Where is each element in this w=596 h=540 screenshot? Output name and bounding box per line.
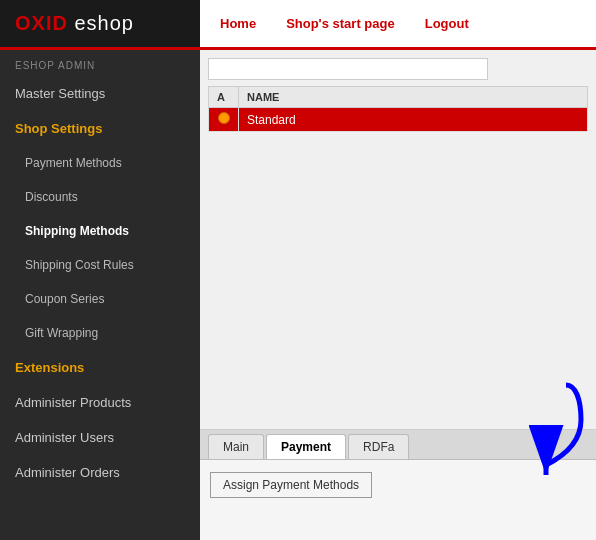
list-area: A NAME Standard <box>200 50 596 429</box>
tab-main[interactable]: Main <box>208 434 264 459</box>
sidebar-item-shipping-cost-rules[interactable]: Shipping Cost Rules <box>0 248 200 282</box>
sidebar-item-administer-users[interactable]: Administer Users <box>0 420 200 455</box>
top-nav: Home Shop's start page Logout <box>200 16 469 31</box>
tab-rdfa[interactable]: RDFa <box>348 434 409 459</box>
content-area: A NAME Standard Main Payment <box>200 50 596 540</box>
col-header-a: A <box>209 87 239 108</box>
sidebar: ESHOP ADMIN Master Settings Shop Setting… <box>0 50 200 540</box>
status-cell <box>209 108 239 132</box>
col-header-name: NAME <box>239 87 588 108</box>
sidebar-item-gift-wrapping[interactable]: Gift Wrapping <box>0 316 200 350</box>
sidebar-item-discounts[interactable]: Discounts <box>0 180 200 214</box>
tab-content: Assign Payment Methods <box>200 460 596 540</box>
sidebar-item-administer-products[interactable]: Administer Products <box>0 385 200 420</box>
sidebar-item-payment-methods[interactable]: Payment Methods <box>0 146 200 180</box>
status-dot <box>218 112 230 124</box>
logo-eshop: eshop <box>74 12 134 34</box>
sidebar-item-administer-orders[interactable]: Administer Orders <box>0 455 200 490</box>
sidebar-item-shipping-methods[interactable]: Shipping Methods <box>0 214 200 248</box>
sidebar-item-extensions[interactable]: Extensions <box>0 350 200 385</box>
nav-home[interactable]: Home <box>220 16 256 31</box>
sidebar-item-shop-settings[interactable]: Shop Settings <box>0 111 200 146</box>
main-layout: ESHOP ADMIN Master Settings Shop Setting… <box>0 50 596 540</box>
name-cell: Standard <box>239 108 588 132</box>
search-input[interactable] <box>208 58 488 80</box>
nav-shops-start-page[interactable]: Shop's start page <box>286 16 395 31</box>
header: OXID eshop Home Shop's start page Logout <box>0 0 596 50</box>
tab-payment[interactable]: Payment <box>266 434 346 459</box>
sidebar-item-master-settings[interactable]: Master Settings <box>0 76 200 111</box>
logo: OXID eshop <box>15 12 134 35</box>
search-bar <box>208 58 588 80</box>
detail-area: Main Payment RDFa Assign Payment Methods <box>200 429 596 540</box>
assign-payment-methods-button[interactable]: Assign Payment Methods <box>210 472 372 498</box>
nav-logout[interactable]: Logout <box>425 16 469 31</box>
logo-oxid: OXID <box>15 12 68 34</box>
list-table: A NAME Standard <box>208 86 588 132</box>
logo-area: OXID eshop <box>0 0 200 47</box>
table-row[interactable]: Standard <box>209 108 588 132</box>
tabs: Main Payment RDFa <box>200 430 596 460</box>
sidebar-section-label: ESHOP ADMIN <box>0 50 200 76</box>
sidebar-item-coupon-series[interactable]: Coupon Series <box>0 282 200 316</box>
